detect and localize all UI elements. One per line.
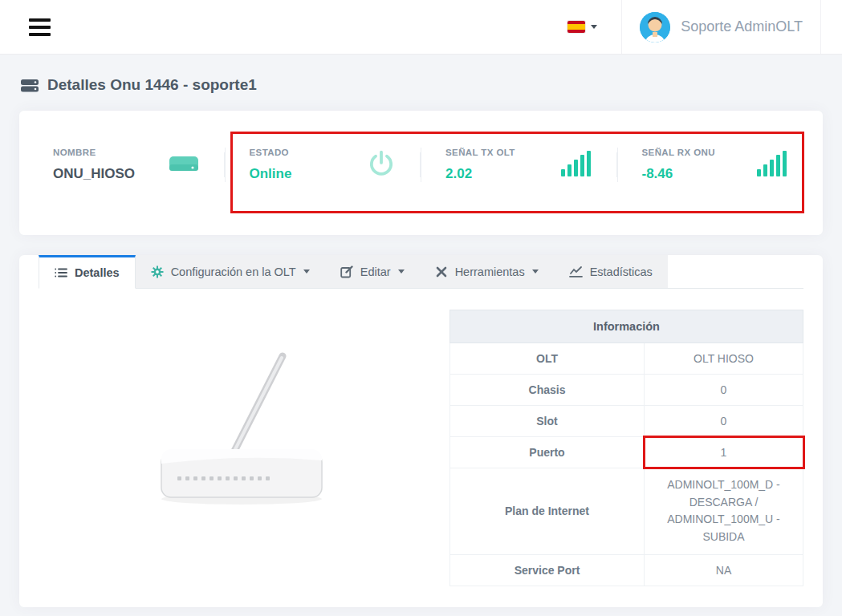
stat-value: ONU_HIOSO [53, 166, 135, 182]
row-label: Slot [450, 406, 645, 437]
row-label: Puerto [450, 437, 645, 468]
tab-estadisticas[interactable]: Estadísticas [554, 255, 668, 288]
stat-senal-tx-olt: SEÑAL TX OLT 2.02 [421, 148, 617, 182]
stat-label: SEÑAL TX OLT [445, 148, 515, 157]
stat-label: ESTADO [250, 148, 292, 157]
stat-senal-rx-onu: SEÑAL RX ONU -8.46 [617, 148, 814, 182]
page-title-text: Detalles Onu 1446 - soporte1 [47, 76, 257, 94]
row-label: Plan de Internet [450, 468, 645, 555]
tab-configuracion-olt[interactable]: Configuración en la OLT [136, 255, 325, 288]
table-row: Slot 0 [450, 406, 803, 437]
table-row: Service Port NA [450, 554, 803, 586]
info-table: Información OLT OLT HIOSO Chasis 0 Slot … [449, 310, 803, 586]
stat-label: SEÑAL RX ONU [642, 148, 716, 157]
signal-bars-icon [559, 150, 593, 180]
language-selector[interactable] [567, 21, 597, 33]
stat-value: 2.02 [445, 166, 515, 182]
row-value: 0 [645, 406, 803, 437]
onu-detail-card: Detalles [19, 255, 823, 607]
stat-nombre: NOMBRE ONU_HIOSO [29, 148, 225, 182]
user-name: Soporte AdminOLT [681, 18, 803, 35]
tab-bar: Detalles [39, 255, 803, 289]
table-title: Información [450, 310, 803, 343]
stat-estado: ESTADO Online [225, 148, 421, 182]
row-value: 0 [645, 375, 803, 406]
row-value: NA [645, 554, 803, 586]
power-icon [366, 148, 397, 182]
chart-icon [569, 265, 583, 278]
table-row: Chasis 0 [450, 375, 803, 406]
tools-icon [435, 265, 448, 278]
onu-device-icon [167, 151, 201, 180]
tab-label: Editar [360, 265, 391, 278]
chevron-down-icon [591, 25, 597, 29]
tab-detalles[interactable]: Detalles [39, 255, 136, 289]
table-row: Puerto 1 [450, 437, 803, 468]
row-label: Chasis [450, 375, 645, 406]
avatar [640, 12, 670, 43]
row-value-highlighted: 1 [645, 437, 803, 468]
row-label: Service Port [450, 554, 645, 586]
spain-flag-icon [567, 21, 585, 33]
stat-value: -8.46 [642, 166, 716, 182]
onu-summary-card: NOMBRE ONU_HIOSO ESTADO Online SEÑAL TX [19, 111, 823, 235]
stat-label: NOMBRE [53, 148, 135, 157]
detail-content: Información OLT OLT HIOSO Chasis 0 Slot … [19, 289, 823, 586]
tab-label: Configuración en la OLT [171, 265, 296, 278]
chevron-down-icon [532, 270, 539, 274]
chevron-down-icon [398, 270, 405, 274]
table-header-row: Información [450, 310, 803, 343]
tab-label: Detalles [75, 266, 120, 279]
table-row: OLT OLT HIOSO [450, 343, 803, 375]
row-value: OLT HIOSO [645, 343, 803, 375]
row-value: ADMINOLT_100M_D - DESCARGA / ADMINOLT_10… [645, 468, 803, 555]
top-navbar: Soporte AdminOLT [0, 0, 842, 55]
signal-bars-icon [755, 150, 789, 180]
tab-label: Herramientas [455, 265, 525, 278]
stat-value: Online [250, 166, 292, 182]
user-menu[interactable]: Soporte AdminOLT [621, 0, 821, 54]
chevron-down-icon [303, 270, 310, 274]
device-hdd-icon [20, 77, 39, 93]
row-label: OLT [450, 343, 645, 375]
edit-icon [340, 265, 353, 278]
gear-icon [151, 265, 164, 278]
menu-toggle-button[interactable] [29, 18, 51, 36]
table-row: Plan de Internet ADMINOLT_100M_D - DESCA… [450, 468, 803, 555]
page-title: Detalles Onu 1446 - soporte1 [20, 76, 822, 94]
list-icon [55, 267, 67, 278]
tab-label: Estadísticas [590, 265, 653, 278]
tab-editar[interactable]: Editar [325, 255, 420, 288]
tab-herramientas[interactable]: Herramientas [420, 255, 554, 288]
router-image [152, 342, 336, 586]
